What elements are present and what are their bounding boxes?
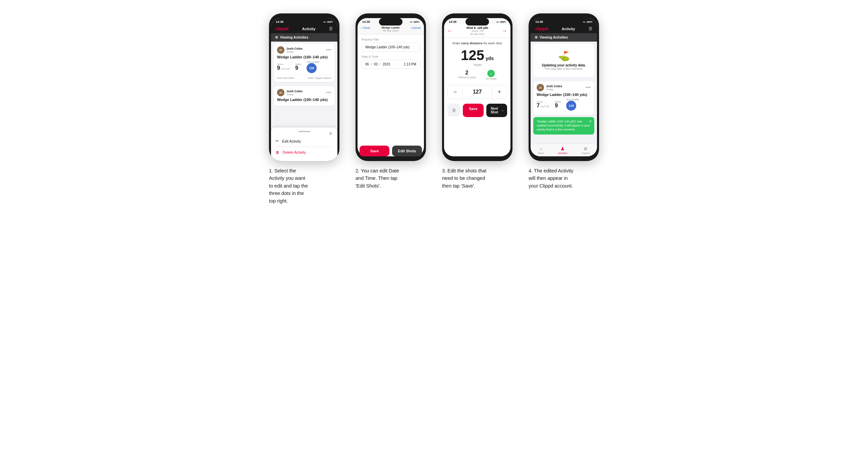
tab-capture[interactable]: ⊕ Capture <box>582 146 590 154</box>
next-shot-label: Next Shot <box>489 107 499 114</box>
tab-activities[interactable]: ♟ Activities <box>558 146 567 154</box>
hit-target-circle: ✓ <box>487 70 495 77</box>
p4card-quality-badge: 118 <box>566 101 576 111</box>
sheet-edit-item[interactable]: ✏ Edit Activity <box>276 135 333 147</box>
phone4-tab-bar: ⌂ Home ♟ Activities ⊕ Capture <box>531 144 597 156</box>
shot-score: Score 7/9 <box>471 30 483 33</box>
next-shot-button[interactable]: Next Shot → <box>486 104 507 117</box>
phone2-status-icons: ▪▪▪ WiFi <box>410 21 419 24</box>
wifi-icon: WiFi <box>500 21 506 24</box>
card1-score-out-of: 9 OUT OF <box>277 65 290 71</box>
phone2-form-content: Practice Title Wedge Ladder (100–140 yds… <box>358 35 424 156</box>
phone3-shot-header: ← Shot 6, 125 yds Score 7/9 06 Mar 2023 … <box>444 24 510 38</box>
card2-header: JC Josh Coles Today ••• <box>277 89 331 96</box>
phone3-caption: 3. Edit the shots thatneed to be changed… <box>442 167 513 190</box>
edit-shots-button[interactable]: Edit Shots <box>392 146 422 156</box>
card1-quality-group: Shot Quality 130 <box>307 61 319 73</box>
phone4-app-header: clippd Activity ☰ <box>531 24 597 33</box>
p4card-score-out-of: 7 OUT OF <box>537 103 549 108</box>
sheet-close-icon[interactable]: ✕ <box>329 131 333 136</box>
p4card-user-info: JC Josh Coles Today <box>537 84 562 91</box>
distance-display: 125 yds <box>461 48 494 62</box>
card1-score-group: Score 9 OUT OF <box>277 63 290 71</box>
decrement-button[interactable]: − <box>448 85 463 99</box>
shot-score-label: Score 7/9 <box>466 30 488 33</box>
phone3-screen: 14:39 ▪▪▪ WiFi ← Shot 6, 125 yds Score 7… <box>444 18 510 156</box>
card1-dots-menu[interactable]: ••• <box>326 48 331 52</box>
p4card-score-group: Score 7 OUT OF <box>537 101 549 108</box>
p4card-dots-menu[interactable]: ••• <box>586 85 591 90</box>
sheet-delete-item[interactable]: 🗑 Delete Activity <box>276 147 333 156</box>
practice-title-input[interactable]: Wedge Ladder (100–140 yds) <box>362 42 420 52</box>
p4card-quality-group: Shot Quality 118 <box>566 98 579 111</box>
card1-footer-right: Data: Clippd Capture <box>308 76 331 80</box>
phone4-screen: 14:38 ▪▪▪ WiFi clippd Activity ☰ ⚙ <box>531 18 597 156</box>
card2-avatar: JC <box>277 89 284 96</box>
card2-dots-menu[interactable]: ••• <box>326 90 331 95</box>
sheet-handle <box>298 131 310 132</box>
carry-bold-keyword: carry distance <box>461 41 483 45</box>
phone1-banner-text: Viewing Activities <box>280 36 308 39</box>
phone2-column: 14:38 ▪▪▪ WiFi < Back Wedge Ladder 06 Ma… <box>352 13 429 190</box>
difference-metric: 2 Difference (yds) <box>458 70 476 80</box>
phone2-cancel-btn[interactable]: Cancel <box>411 26 421 30</box>
phone4-notch <box>552 18 576 26</box>
prev-arrow-icon[interactable]: ← <box>447 28 453 34</box>
signal-icon: ▪▪▪ <box>323 21 326 24</box>
p4card-quality-value: 118 <box>569 104 574 107</box>
card2-user-info: JC Josh Coles Today <box>277 89 303 96</box>
wifi-icon: WiFi <box>587 21 592 24</box>
phone4-column: 14:38 ▪▪▪ WiFi clippd Activity ☰ ⚙ <box>525 13 602 190</box>
next-arrow-icon[interactable]: → <box>502 28 507 34</box>
date-time-row[interactable]: 06 / 03 / 2023 1:13 PM <box>362 60 420 69</box>
home-icon: ⌂ <box>539 146 542 151</box>
card1-quality-value: 130 <box>309 66 314 70</box>
shot-title: Shot 6, 125 yds <box>466 26 488 30</box>
date-sep-1: / <box>371 62 372 66</box>
increment-button[interactable]: + <box>492 85 507 99</box>
phone3-status-icons: ▪▪▪ WiFi <box>496 21 506 24</box>
signal-icon: ▪▪▪ <box>583 21 586 24</box>
delete-shot-button[interactable]: 🗑 <box>447 104 460 117</box>
next-shot-arrow: → <box>501 109 504 113</box>
phone2-back-btn[interactable]: < Back <box>361 26 370 30</box>
updating-state: ⛳ Updating your activity data. This may … <box>533 43 594 77</box>
card1-user-name: Josh Coles <box>286 47 303 50</box>
success-message: "Wedge Ladder (100–140 yds)" was updated… <box>537 120 590 131</box>
practice-title-label: Practice Title <box>362 38 420 41</box>
signal-icon: ▪▪▪ <box>496 21 499 24</box>
phones-row: 14:38 ▪▪▪ WiFi clippd Activity ☰ ⚙ <box>266 13 602 205</box>
sheet-edit-label: Edit Activity <box>282 139 301 143</box>
card1-footer-left: Test Information <box>277 76 295 80</box>
card1-user-info: JC Josh Coles Today <box>277 46 303 54</box>
card1-user-details: Josh Coles Today <box>286 47 303 53</box>
shot-value-display[interactable]: 127 <box>463 86 492 98</box>
phone4-hamburger-icon[interactable]: ☰ <box>589 27 592 31</box>
card1-quality-label: Shot Quality <box>307 61 319 63</box>
card1-shots-group: Shots 9 <box>295 63 301 71</box>
tab-home-label: Home <box>538 152 544 154</box>
card2-activity-title: Wedge Ladder (100–140 yds) <box>277 98 331 102</box>
phone3-shot-content: Enter carry distance for each shot 125 y… <box>444 38 510 156</box>
phone2-header-title: Wedge Ladder <box>381 26 400 29</box>
card2-user-date: Today <box>286 93 303 96</box>
hamburger-icon[interactable]: ☰ <box>329 27 333 31</box>
card2-user-details: Josh Coles Today <box>286 90 303 96</box>
signal-icon: ▪▪▪ <box>410 21 413 24</box>
phone4-time: 14:38 <box>535 20 543 24</box>
phone1-activity-card-1: JC Josh Coles Today ••• Wedge Ladder (10… <box>274 43 335 82</box>
tab-home[interactable]: ⌂ Home <box>538 146 544 154</box>
p4card-user-date: Today <box>546 88 562 91</box>
card1-avatar: JC <box>277 46 284 54</box>
metrics-row: 2 Difference (yds) ✓ Hit Target <box>458 70 497 80</box>
edit-icon: ✏ <box>276 139 279 143</box>
p4card-user-name: Josh Coles <box>546 85 562 88</box>
save-button[interactable]: Save <box>360 146 390 156</box>
phone2-time: 14:38 <box>362 20 370 24</box>
card1-activity-title: Wedge Ladder (100–140 yds) <box>277 55 331 59</box>
sheet-delete-label: Delete Activity <box>283 150 306 154</box>
tab-activities-label: Activities <box>558 152 567 154</box>
save-shot-button[interactable]: Save <box>463 104 484 117</box>
card1-stats-row: Score 9 OUT OF Shots 9 <box>277 61 331 73</box>
success-close-icon[interactable]: ✕ <box>589 119 592 124</box>
